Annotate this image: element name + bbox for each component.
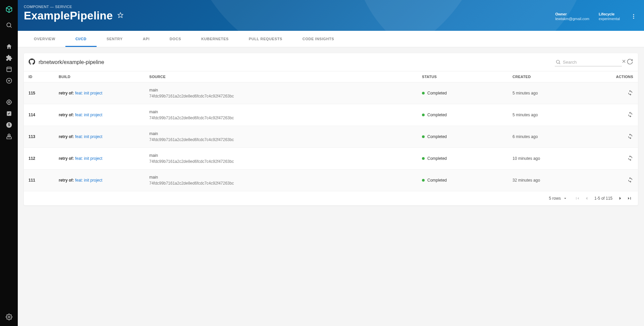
tab-code-insights[interactable]: CODE INSIGHTS bbox=[292, 31, 344, 47]
search-input[interactable] bbox=[563, 60, 619, 65]
row-actions bbox=[603, 155, 633, 162]
owner-value[interactable]: lewtakm@gmail.com bbox=[555, 17, 589, 21]
source-branch: main bbox=[149, 175, 422, 180]
rows-per-page-label: 5 rows bbox=[549, 196, 561, 201]
col-id[interactable]: ID bbox=[29, 75, 59, 79]
rerun-icon[interactable] bbox=[627, 155, 633, 161]
rerun-icon[interactable] bbox=[627, 133, 633, 139]
owner-meta: Owner lewtakm@gmail.com bbox=[555, 12, 589, 21]
add-circle-icon[interactable] bbox=[2, 75, 16, 86]
rerun-icon[interactable] bbox=[627, 177, 633, 183]
table-row[interactable]: 112retry of: feat: init projectmain74fdc… bbox=[24, 148, 638, 170]
prev-page-button[interactable] bbox=[583, 195, 590, 202]
status-dot-icon bbox=[422, 92, 425, 94]
col-status[interactable]: STATUS bbox=[422, 75, 513, 79]
rerun-icon[interactable] bbox=[627, 112, 633, 118]
sidebar: $ bbox=[0, 0, 18, 326]
row-id: 113 bbox=[29, 134, 59, 139]
tab-docs[interactable]: DOCS bbox=[160, 31, 191, 47]
tab-ci-cd[interactable]: CI/CD bbox=[65, 31, 97, 47]
row-build: retry of: feat: init project bbox=[59, 178, 149, 183]
row-status: Completed bbox=[422, 156, 513, 161]
build-link[interactable]: feat: init project bbox=[75, 113, 102, 117]
svg-point-2 bbox=[7, 23, 11, 27]
source-sha: 74fdc99b7161a2c2de8ed6fcdc7c4c92f47263bc bbox=[149, 181, 422, 186]
svg-point-20 bbox=[8, 316, 10, 318]
rerun-icon[interactable] bbox=[627, 90, 633, 96]
source-sha: 74fdc99b7161a2c2de8ed6fcdc7c4c92f47263bc bbox=[149, 94, 422, 99]
retry-prefix: retry of: bbox=[59, 113, 75, 117]
col-source[interactable]: SOURCE bbox=[149, 75, 422, 79]
tabs-bar: OVERVIEWCI/CDSENTRYAPIDOCSKUBERNETESPULL… bbox=[18, 31, 644, 47]
build-link[interactable]: feat: init project bbox=[75, 91, 102, 95]
source-branch: main bbox=[149, 131, 422, 136]
table-row[interactable]: 115retry of: feat: init projectmain74fdc… bbox=[24, 82, 638, 104]
status-text: Completed bbox=[427, 113, 447, 117]
row-created: 10 minutes ago bbox=[513, 156, 603, 161]
svg-text:$: $ bbox=[8, 123, 10, 127]
retry-prefix: retry of: bbox=[59, 134, 75, 139]
refresh-icon[interactable] bbox=[627, 58, 633, 66]
last-page-button[interactable] bbox=[626, 195, 633, 202]
row-created: 5 minutes ago bbox=[513, 91, 603, 95]
next-page-button[interactable] bbox=[616, 195, 624, 202]
row-actions bbox=[603, 177, 633, 184]
status-dot-icon bbox=[422, 135, 425, 138]
tab-kubernetes[interactable]: KUBERNETES bbox=[191, 31, 239, 47]
row-id: 114 bbox=[29, 113, 59, 117]
status-text: Completed bbox=[427, 156, 447, 161]
status-text: Completed bbox=[427, 91, 447, 95]
lifecycle-value: experimental bbox=[599, 17, 620, 21]
checklist-icon[interactable] bbox=[2, 108, 16, 119]
status-dot-icon bbox=[422, 114, 425, 116]
page-header: COMPONENT — SERVICE ExamplePipeline Owne… bbox=[18, 0, 644, 31]
col-created[interactable]: CREATED bbox=[513, 75, 603, 79]
home-icon[interactable] bbox=[2, 41, 16, 52]
first-page-button[interactable] bbox=[574, 195, 581, 202]
svg-point-9 bbox=[7, 100, 11, 104]
settings-icon[interactable] bbox=[2, 311, 16, 323]
rows-per-page[interactable]: 5 rows bbox=[549, 196, 568, 201]
retry-prefix: retry of: bbox=[59, 156, 75, 161]
svg-line-3 bbox=[10, 26, 11, 28]
source-branch: main bbox=[149, 88, 422, 92]
close-icon[interactable] bbox=[621, 59, 627, 65]
source-branch: main bbox=[149, 153, 422, 158]
puzzle-icon[interactable] bbox=[2, 52, 16, 64]
target-icon[interactable] bbox=[2, 96, 16, 108]
row-source: main74fdc99b7161a2c2de8ed6fcdc7c4c92f472… bbox=[149, 153, 422, 164]
lifecycle-meta: Lifecycle experimental bbox=[599, 12, 620, 21]
search-field[interactable] bbox=[555, 58, 622, 66]
tab-api[interactable]: API bbox=[133, 31, 160, 47]
search-icon[interactable] bbox=[2, 19, 16, 31]
row-status: Completed bbox=[422, 178, 513, 183]
build-link[interactable]: feat: init project bbox=[75, 178, 102, 183]
col-build[interactable]: BUILD bbox=[59, 75, 149, 79]
svg-point-24 bbox=[633, 18, 634, 19]
builds-card: rbnetwork/example-pipeline bbox=[24, 53, 638, 205]
table-header: ID BUILD SOURCE STATUS CREATED ACTIONS bbox=[24, 71, 638, 82]
status-text: Completed bbox=[427, 178, 447, 183]
dollar-icon[interactable]: $ bbox=[2, 119, 16, 131]
row-build: retry of: feat: init project bbox=[59, 91, 149, 95]
star-icon[interactable] bbox=[117, 12, 123, 19]
row-source: main74fdc99b7161a2c2de8ed6fcdc7c4c92f472… bbox=[149, 175, 422, 186]
row-created: 6 minutes ago bbox=[513, 134, 603, 139]
build-link[interactable]: feat: init project bbox=[75, 134, 102, 139]
svg-point-22 bbox=[633, 14, 634, 15]
config-icon[interactable] bbox=[2, 131, 16, 142]
tab-overview[interactable]: OVERVIEW bbox=[24, 31, 65, 47]
build-link[interactable]: feat: init project bbox=[75, 156, 102, 161]
repo-name[interactable]: rbnetwork/example-pipeline bbox=[39, 59, 104, 65]
table-row[interactable]: 111retry of: feat: init projectmain74fdc… bbox=[24, 170, 638, 191]
row-source: main74fdc99b7161a2c2de8ed6fcdc7c4c92f472… bbox=[149, 88, 422, 99]
book-icon[interactable] bbox=[2, 64, 16, 75]
table-row[interactable]: 113retry of: feat: init projectmain74fdc… bbox=[24, 126, 638, 148]
pagination: 5 rows 1-5 of 115 bbox=[24, 191, 638, 205]
status-dot-icon bbox=[422, 179, 425, 182]
more-vert-icon[interactable] bbox=[629, 12, 638, 22]
app-logo[interactable] bbox=[4, 4, 14, 15]
tab-pull-requests[interactable]: PULL REQUESTS bbox=[239, 31, 292, 47]
tab-sentry[interactable]: SENTRY bbox=[97, 31, 133, 47]
table-row[interactable]: 114retry of: feat: init projectmain74fdc… bbox=[24, 104, 638, 126]
